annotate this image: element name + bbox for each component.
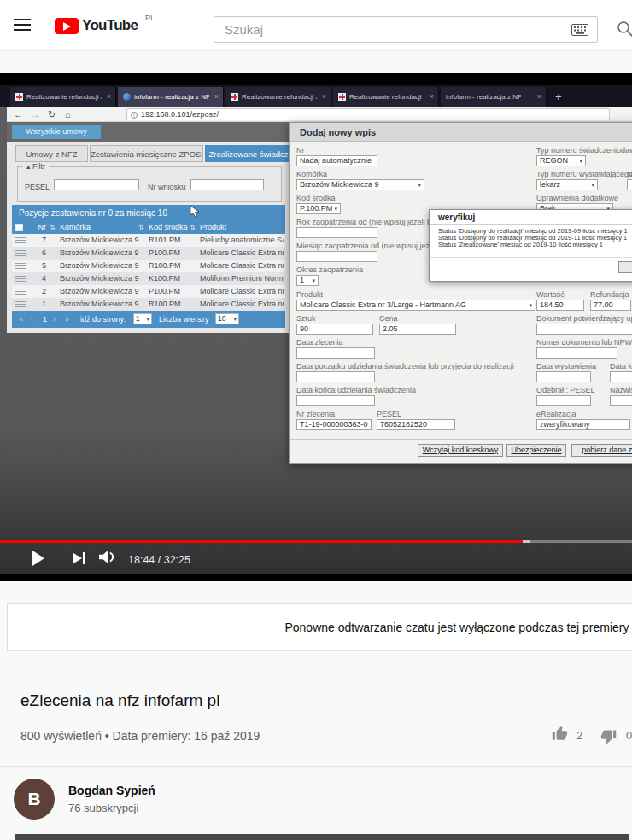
keyboard-icon[interactable] [571,24,588,39]
page-select[interactable]: ▾1 [133,313,152,324]
close-icon[interactable]: × [107,87,111,107]
progress-bar-played[interactable] [0,540,523,543]
volume-icon[interactable] [99,550,118,568]
progress-bar-handle[interactable] [523,540,530,543]
rok-zaopatrzenia-input[interactable] [296,227,377,238]
pager-first-icon[interactable]: « [19,311,23,328]
col-produkt[interactable]: Produkt [200,221,226,234]
reload-icon[interactable]: ↻ [48,108,56,121]
nr-input[interactable]: Nadaj automatycznie [296,155,377,166]
kod-srodka-select[interactable]: ▾P.100.PM [296,203,341,214]
col-komorka[interactable]: Komórka [60,221,91,234]
browser-tab[interactable]: Realizowanie refundacji z NFZ pr × [10,87,116,107]
video-player[interactable]: Realizowanie refundacji z NFZ pr × infof… [0,73,632,581]
pager-prev-icon[interactable]: ‹ [31,311,33,328]
youtube-play-icon[interactable] [55,18,79,34]
tab-zrealizowane-swiadczenia[interactable]: Zrealizowane świadczenia [205,145,289,162]
table-row[interactable]: 5 Brzozów Mickiewicza 9 R100.PM Molicare… [12,260,285,272]
table-row[interactable]: 4 Brzozów Mickiewicza 9 K100.PM Moliform… [12,272,285,285]
cell-produkt: Molicare Classic Extra nr 3/Large - Hart… [200,298,284,311]
select-all-checkbox[interactable] [15,224,23,231]
sort-icon[interactable]: ⇅ [190,221,196,234]
browser-tab[interactable]: infofarm - realizacja z NFZ × [441,87,547,107]
back-icon[interactable]: ← [14,108,23,121]
channel-name[interactable]: Bogdan Sypień [68,784,155,797]
home-icon[interactable]: ⌂ [65,108,71,121]
browser-tab[interactable]: Realizowanie refundacji z NFZ pr × [225,87,331,107]
data-konca-input[interactable] [296,395,375,406]
row-menu-icon[interactable] [15,276,26,282]
browser-tabbar: Realizowanie refundacji z NFZ pr × infof… [0,85,632,107]
data-poczatku-input[interactable] [296,371,375,382]
okres-zaopatrzenia-select[interactable]: ▾1 [296,275,319,286]
rows-select[interactable]: ▾10 [215,313,239,324]
progress-bar-remaining[interactable] [530,540,632,543]
menu-icon[interactable] [14,19,31,34]
table-row[interactable]: 1 Brzozów Mickiewicza 9 R100.PM Molicare… [12,298,285,311]
numer-input[interactable] [627,179,632,190]
close-verify-button[interactable]: Zamknij [618,261,632,273]
typ-wystawiajacego-select[interactable]: ▾lekarz [536,179,598,190]
komorka-select[interactable]: ▾Brzozów Mickiewicza 9 [296,179,424,190]
close-icon[interactable]: × [322,87,326,107]
close-icon[interactable]: × [537,87,541,107]
barcode-button[interactable]: Wczytaj kod kreskowy [418,444,503,457]
sort-icon[interactable]: ⇅ [138,221,144,234]
new-tab-button[interactable]: + [552,87,565,107]
refundacja-input[interactable]: 77.00 [590,300,631,311]
tab-zestawienia-zposp[interactable]: Zestawienia miesięczne ZPOSP [90,145,203,162]
wniosek-filter-input[interactable] [190,179,264,190]
like-button[interactable] [552,726,568,745]
typ-swiadczeniodawcy-select[interactable]: ▾REGON [536,155,586,166]
col-nr[interactable]: Nr [32,221,46,234]
sztuk-input[interactable]: 90 [296,324,373,335]
produkt-select[interactable]: ▾Molicare Classic Extra nr 3/Large - Har… [296,300,535,311]
nazwisko-input[interactable] [610,395,632,406]
filter-legend[interactable]: ▴ Filtr [23,162,49,171]
close-icon[interactable]: × [214,87,219,107]
pesel-input[interactable]: 76052182520 [377,419,455,430]
row-menu-icon[interactable] [15,263,26,269]
play-button[interactable] [32,551,44,566]
url-field[interactable]: i192.168.0.101/ezposz/ [126,108,610,120]
nr-zlecenia-label: Nr zlecenia [296,410,335,418]
search-input[interactable] [214,17,556,42]
erealizacja-input[interactable]: zweryfikowany [536,419,630,430]
pesel-filter-input[interactable] [54,179,139,190]
dokument-input[interactable] [536,324,632,335]
table-row[interactable]: 7 Brzozów Mickiewicza 9 R101.PM Pieluchy… [12,234,285,247]
wartosc-input[interactable]: 184.50 [536,300,584,311]
close-icon[interactable]: × [430,87,434,107]
all-contracts-button[interactable]: Wszystkie umowy [12,125,101,139]
row-menu-icon[interactable] [15,250,26,256]
col-kod-srodka[interactable]: Kod środka [149,221,188,234]
data-wystawienia-input[interactable] [536,371,591,382]
forward-icon[interactable]: → [31,108,40,121]
browser-tab[interactable]: Realizowanie refundacji z NFZ pr × [333,87,439,107]
row-menu-icon[interactable] [15,237,26,243]
browser-tab-active[interactable]: infofarm - realizacja z NFZ × [118,87,224,107]
pager-last-icon[interactable]: » [65,311,69,328]
search-icon[interactable] [617,20,632,41]
nr-zlecenia-input[interactable]: T1-19-000000363-0 [296,419,372,430]
insurance-button[interactable]: Ubezpieczenie [506,444,566,457]
youtube-logo-text[interactable]: YouTube [82,17,138,34]
miesiac-zaopatrzenia-input[interactable] [296,251,377,262]
pager-next-icon[interactable]: › [53,311,56,328]
odebral-pesel-input[interactable] [536,395,591,406]
row-menu-icon[interactable] [15,301,26,307]
fetch-order-button[interactable]: pobierz dane zlecenia [571,444,632,457]
row-menu-icon[interactable] [15,289,26,295]
table-row[interactable]: 2 Brzozów Mickiewicza 9 P100.PM Molicare… [12,285,285,298]
tab-umowy-z-nfz[interactable]: Umowy z NFZ [15,145,88,162]
data-zlecenia-input[interactable] [296,347,375,359]
numer-dokumentu-input[interactable] [536,347,617,359]
table-row[interactable]: 6 Brzozów Mickiewicza 9 P100.PM Molicare… [12,247,285,260]
cena-input[interactable]: 2.05 [379,324,456,335]
dislike-button[interactable] [600,728,617,748]
channel-avatar[interactable]: B [14,779,55,820]
app-tabs: Umowy z NFZZestawienia miesięczne ZPOSPZ… [15,145,289,162]
browser-urlbar: ← → ↻ ⌂ i192.168.0.101/ezposz/ [7,107,632,122]
sort-icon[interactable]: ⇅ [50,221,56,234]
data-konca-short-input[interactable] [610,371,632,382]
